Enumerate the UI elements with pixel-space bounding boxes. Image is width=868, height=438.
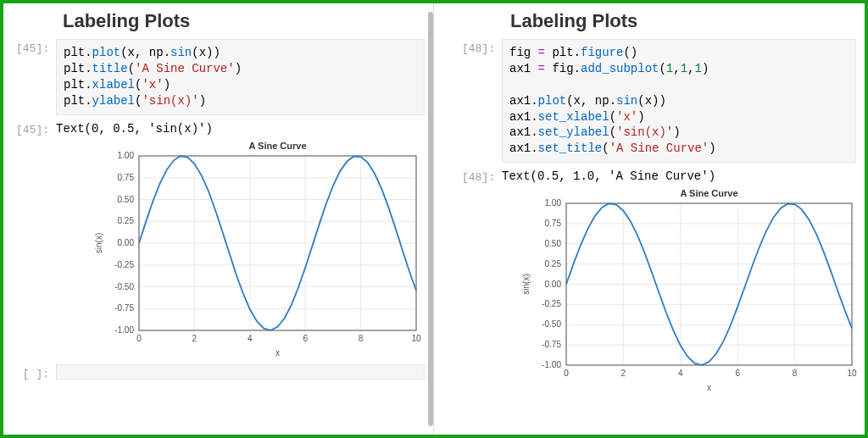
input-prompt: [45]: <box>3 39 56 55</box>
svg-text:4: 4 <box>248 334 253 343</box>
svg-text:6: 6 <box>303 334 308 343</box>
svg-text:10: 10 <box>847 369 857 378</box>
output-cell: [45]: Text(0, 0.5, 'sin(x)') -1.00-0.75-… <box>3 120 433 359</box>
chart-output: -1.00-0.75-0.50-0.250.000.250.500.751.00… <box>90 139 425 359</box>
section-heading: Labeling Plots <box>63 10 433 32</box>
svg-text:1.00: 1.00 <box>545 198 562 208</box>
chart-output: -1.00-0.75-0.50-0.250.000.250.500.751.00… <box>517 186 860 394</box>
sine-chart: -1.00-0.75-0.50-0.250.000.250.500.751.00… <box>517 186 860 394</box>
svg-text:0: 0 <box>564 369 569 378</box>
left-pane: Labeling Plots [45]: plt.plot(x, np.sin(… <box>3 3 434 435</box>
svg-text:4: 4 <box>678 369 683 378</box>
svg-text:10: 10 <box>411 334 421 343</box>
svg-text:2: 2 <box>192 334 198 343</box>
code-editor[interactable]: fig = plt.figure() ax1 = fig.add_subplot… <box>502 39 856 163</box>
svg-text:-0.75: -0.75 <box>114 303 134 313</box>
empty-code-cell[interactable]: [ ]: <box>3 364 433 380</box>
svg-text:1.00: 1.00 <box>118 151 135 160</box>
code-editor[interactable]: plt.plot(x, np.sin(x)) plt.title('A Sine… <box>56 39 425 115</box>
svg-text:A Sine Curve: A Sine Curve <box>248 141 306 151</box>
output-prompt: [48]: <box>434 168 502 184</box>
output-text: Text(0.5, 1.0, 'A Sine Curve') <box>502 168 860 183</box>
svg-text:0.25: 0.25 <box>118 216 135 225</box>
output-prompt: [45]: <box>3 120 56 136</box>
svg-text:-1.00: -1.00 <box>542 360 561 369</box>
svg-text:0.00: 0.00 <box>118 238 135 247</box>
svg-text:-0.25: -0.25 <box>114 259 134 269</box>
svg-text:A Sine Curve: A Sine Curve <box>680 188 737 198</box>
svg-text:0.75: 0.75 <box>545 219 562 228</box>
svg-text:-0.75: -0.75 <box>542 340 561 349</box>
svg-text:2: 2 <box>621 369 626 378</box>
input-prompt: [48]: <box>434 39 502 55</box>
output-text: Text(0, 0.5, 'sin(x)') <box>56 120 425 136</box>
code-cell[interactable]: [45]: plt.plot(x, np.sin(x)) plt.title('… <box>3 39 433 115</box>
svg-text:0.25: 0.25 <box>545 259 562 269</box>
right-pane: Labeling Plots [48]: fig = plt.figure() … <box>434 3 865 435</box>
sine-chart: -1.00-0.75-0.50-0.250.000.250.500.751.00… <box>90 139 425 359</box>
svg-text:-1.00: -1.00 <box>114 325 134 335</box>
svg-text:-0.25: -0.25 <box>542 300 561 309</box>
svg-text:-0.50: -0.50 <box>114 281 134 291</box>
svg-text:0.50: 0.50 <box>545 239 562 248</box>
svg-text:sin(x): sin(x) <box>521 274 531 295</box>
section-heading: Labeling Plots <box>510 10 865 32</box>
code-cell[interactable]: [48]: fig = plt.figure() ax1 = fig.add_s… <box>434 39 865 163</box>
svg-text:8: 8 <box>793 369 798 378</box>
svg-text:0.50: 0.50 <box>118 194 135 203</box>
svg-text:0.00: 0.00 <box>545 280 562 289</box>
svg-text:0: 0 <box>136 334 142 343</box>
svg-text:8: 8 <box>359 334 364 343</box>
svg-text:6: 6 <box>735 369 740 378</box>
code-editor-empty[interactable] <box>56 364 425 380</box>
svg-text:0.75: 0.75 <box>118 172 135 181</box>
output-cell: [48]: Text(0.5, 1.0, 'A Sine Curve') -1.… <box>434 168 865 394</box>
svg-text:x: x <box>275 348 280 358</box>
input-prompt-empty: [ ]: <box>3 364 56 380</box>
svg-text:-0.50: -0.50 <box>542 319 561 329</box>
svg-text:sin(x): sin(x) <box>94 232 103 252</box>
svg-text:x: x <box>707 383 711 392</box>
